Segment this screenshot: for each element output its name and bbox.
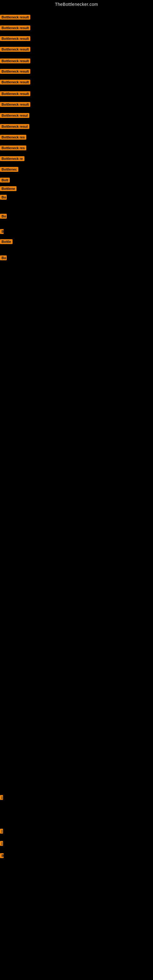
- badge-row: Bott: [0, 178, 10, 184]
- badge-row: Bo: [0, 195, 7, 201]
- badge-row: Bottleneck result: [0, 102, 30, 108]
- badge-row: Bottleneck result: [0, 80, 30, 86]
- badge-row: Bottleneck re: [0, 156, 24, 162]
- badge-row: Bottleneck res: [0, 145, 26, 151]
- badge-row: Bottleneck result: [0, 36, 30, 42]
- badge-row: Bottleneck result: [0, 47, 30, 53]
- badge-row: Bottleneck result: [0, 91, 30, 97]
- bottleneck-result-badge: |: [0, 841, 3, 846]
- badge-row: Bottleneck result: [0, 25, 30, 32]
- bottleneck-result-badge: Bottlene: [0, 186, 16, 191]
- badge-row: Bo: [0, 255, 7, 261]
- badge-row: Bottleneck res: [0, 135, 26, 141]
- bottleneck-result-badge: |: [0, 829, 3, 834]
- bottleneck-result-badge: |: [0, 795, 3, 800]
- badge-row: |: [0, 795, 3, 801]
- bottleneck-result-badge: Bottleneck result: [0, 69, 30, 74]
- bottleneck-result-badge: B: [0, 229, 4, 234]
- badge-row: Bo: [0, 214, 7, 220]
- bottleneck-result-badge: Bottleneck re: [0, 156, 24, 161]
- bottleneck-result-badge: Bottleneck result: [0, 15, 30, 20]
- bottleneck-result-badge: Bottleneck result: [0, 36, 30, 41]
- bottleneck-result-badge: Bottleneck result: [0, 25, 30, 30]
- badge-row: Bottleneck resul: [0, 124, 29, 130]
- badge-row: Bottlene: [0, 186, 16, 192]
- badge-row: Bottleneck resul: [0, 113, 29, 119]
- bottleneck-result-badge: Bottleneck result: [0, 47, 30, 52]
- bottleneck-result-badge: Bo: [0, 195, 7, 200]
- bottleneck-result-badge: Bo: [0, 255, 7, 260]
- badge-row: Bottleneck result: [0, 69, 30, 75]
- badge-row: Bottle: [0, 239, 13, 245]
- bottleneck-result-badge: B: [0, 853, 4, 858]
- bottleneck-result-badge: Bott: [0, 178, 10, 183]
- bottleneck-result-badge: Bottleneck resul: [0, 113, 29, 118]
- bottleneck-result-badge: Bottleneck result: [0, 59, 30, 64]
- bottleneck-result-badge: Bottleneck resul: [0, 124, 29, 129]
- badge-row: Bottleneck result: [0, 15, 30, 21]
- bottleneck-result-badge: Bottleneck result: [0, 80, 30, 84]
- bottleneck-result-badge: Bottle: [0, 239, 13, 244]
- bottleneck-result-badge: Bo: [0, 214, 7, 219]
- badge-row: Bottleneck result: [0, 59, 30, 65]
- bottleneck-result-badge: Bottlenec: [0, 167, 18, 172]
- bottleneck-result-badge: Bottleneck res: [0, 135, 26, 140]
- badge-row: |: [0, 829, 3, 835]
- bottleneck-result-badge: Bottleneck result: [0, 91, 30, 96]
- bottleneck-result-badge: Bottleneck result: [0, 102, 30, 107]
- badge-row: B: [0, 853, 4, 859]
- badge-row: |: [0, 841, 3, 847]
- bottleneck-result-badge: Bottleneck res: [0, 145, 26, 150]
- badge-row: B: [0, 229, 4, 235]
- site-title: TheBottlenecker.com: [0, 0, 153, 8]
- badge-row: Bottlenec: [0, 167, 18, 173]
